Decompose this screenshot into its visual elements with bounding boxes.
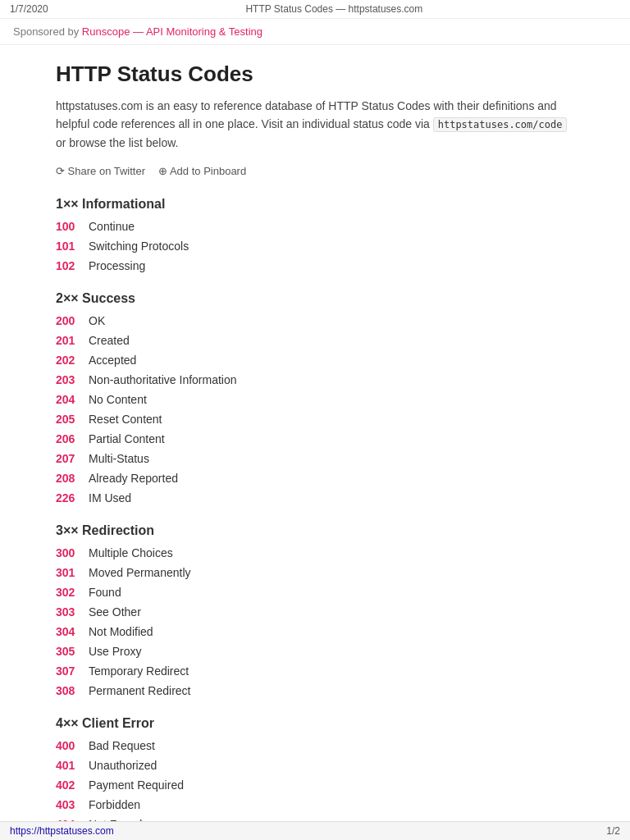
status-label-202: Accepted [89,352,136,369]
table-row: 207Multi-Status [56,450,574,468]
table-row: 304Not Modified [56,623,574,641]
table-row: 400Bad Request [56,737,574,755]
status-code-100[interactable]: 100 [56,218,85,235]
table-row: 101Switching Protocols [56,238,574,255]
table-row: 403Forbidden [56,797,574,814]
social-links: ⟳ Share on Twitter ⊕ Add to Pinboard [56,165,574,177]
status-label-206: Partial Content [89,431,165,448]
status-code-302[interactable]: 302 [56,584,85,601]
table-row: 308Permanent Redirect [56,682,574,700]
status-label-303: See Other [89,604,141,621]
table-row: 102Processing [56,258,574,275]
page-tab-title: HTTP Status Codes — httpstatuses.com [48,3,620,15]
page-description: httpstatuses.com is an easy to reference… [56,97,574,152]
table-row: 205Reset Content [56,411,574,428]
bottom-bar: https://httpstatuses.com 1/2 [0,821,630,840]
sponsored-prefix: Sponsored by [13,25,82,38]
status-code-305[interactable]: 305 [56,643,85,660]
table-row: 300Multiple Choices [56,545,574,562]
status-label-402: Payment Required [89,777,184,794]
sponsored-bar: Sponsored by Runscope — API Monitoring &… [0,19,630,45]
section-header-0: 1×× Informational [56,197,574,212]
status-code-202[interactable]: 202 [56,352,85,369]
status-label-308: Permanent Redirect [89,682,191,700]
section-header-2: 3×× Redirection [56,523,574,538]
browser-date: 1/7/2020 [10,3,48,15]
status-code-203[interactable]: 203 [56,372,85,389]
status-code-307[interactable]: 307 [56,663,85,680]
section-header-3: 4×× Client Error [56,716,574,731]
status-code-204[interactable]: 204 [56,391,85,409]
sponsored-link[interactable]: Runscope — API Monitoring & Testing [82,25,262,38]
status-code-226[interactable]: 226 [56,490,85,507]
status-label-301: Moved Permanently [89,564,191,582]
status-code-206[interactable]: 206 [56,431,85,448]
status-code-308[interactable]: 308 [56,682,85,700]
status-label-226: IM Used [89,490,131,507]
table-row: 201Created [56,332,574,349]
status-label-403: Forbidden [89,797,140,814]
status-label-307: Temporary Redirect [89,663,189,680]
table-row: 401Unauthorized [56,757,574,774]
table-row: 226IM Used [56,490,574,507]
table-row: 206Partial Content [56,431,574,448]
status-label-101: Switching Protocols [89,238,189,255]
share-twitter-link[interactable]: ⟳ Share on Twitter [56,165,145,177]
page-title: HTTP Status Codes [56,62,574,87]
status-code-300[interactable]: 300 [56,545,85,562]
sections-container: 1×× Informational100Continue101Switching… [56,197,574,840]
status-code-304[interactable]: 304 [56,623,85,641]
bottom-page-num: 1/2 [606,825,620,837]
status-label-208: Already Reported [89,470,178,487]
status-label-205: Reset Content [89,411,162,428]
status-label-300: Multiple Choices [89,545,173,562]
status-code-101[interactable]: 101 [56,238,85,255]
tab-bar: 1/7/2020 HTTP Status Codes — httpstatuse… [0,0,630,19]
status-label-203: Non-authoritative Information [89,372,237,389]
table-row: 303See Other [56,604,574,621]
status-code-301[interactable]: 301 [56,564,85,582]
status-label-207: Multi-Status [89,450,149,468]
bottom-url[interactable]: https://httpstatuses.com [10,825,114,837]
status-code-208[interactable]: 208 [56,470,85,487]
status-label-200: OK [89,313,105,330]
status-label-102: Processing [89,258,145,275]
table-row: 100Continue [56,218,574,235]
table-row: 305Use Proxy [56,643,574,660]
code-example: httpstatuses.com/code [433,117,568,132]
status-label-305: Use Proxy [89,643,142,660]
section-header-1: 2×× Success [56,291,574,306]
main-content: HTTP Status Codes httpstatuses.com is an… [36,45,594,840]
status-code-102[interactable]: 102 [56,258,85,275]
status-label-304: Not Modified [89,623,153,641]
status-code-402[interactable]: 402 [56,777,85,794]
table-row: 402Payment Required [56,777,574,794]
status-code-200[interactable]: 200 [56,313,85,330]
status-code-403[interactable]: 403 [56,797,85,814]
add-pinboard-link[interactable]: ⊕ Add to Pinboard [158,165,246,177]
status-code-201[interactable]: 201 [56,332,85,349]
table-row: 204No Content [56,391,574,409]
table-row: 302Found [56,584,574,601]
status-label-400: Bad Request [89,737,155,755]
status-label-204: No Content [89,391,147,409]
table-row: 203Non-authoritative Information [56,372,574,389]
status-label-302: Found [89,584,121,601]
status-label-201: Created [89,332,130,349]
status-label-401: Unauthorized [89,757,157,774]
table-row: 307Temporary Redirect [56,663,574,680]
status-code-205[interactable]: 205 [56,411,85,428]
status-code-400[interactable]: 400 [56,737,85,755]
table-row: 301Moved Permanently [56,564,574,582]
table-row: 208Already Reported [56,470,574,487]
status-code-207[interactable]: 207 [56,450,85,468]
table-row: 200OK [56,313,574,330]
description-text-2: or browse the list below. [56,136,178,149]
status-code-401[interactable]: 401 [56,757,85,774]
table-row: 202Accepted [56,352,574,369]
status-code-303[interactable]: 303 [56,604,85,621]
status-label-100: Continue [89,218,135,235]
